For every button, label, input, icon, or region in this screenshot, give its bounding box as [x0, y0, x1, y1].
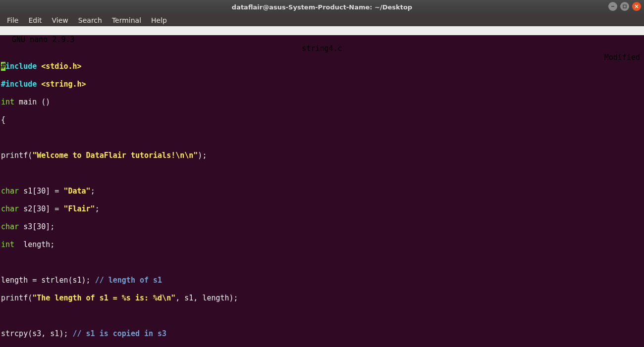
code-line: #include <stdio.h>: [0, 62, 644, 71]
menu-edit[interactable]: Edit: [23, 15, 47, 25]
minimize-button[interactable]: [608, 2, 617, 11]
code-token: // length of s1: [95, 276, 162, 285]
code-token: "Welcome to DataFlair tutorials!\n\n": [32, 151, 198, 160]
code-line: {: [0, 115, 644, 124]
menu-view[interactable]: View: [47, 15, 73, 25]
menu-terminal[interactable]: Terminal: [107, 15, 146, 25]
code-token: main (): [14, 98, 50, 106]
code-line: printf("Welcome to DataFlair tutorials!\…: [0, 151, 644, 160]
svg-rect-1: [623, 5, 626, 8]
blank-line: [0, 311, 644, 320]
code-line: char s1[30] = "Data";: [0, 187, 644, 196]
code-line: int main (): [0, 98, 644, 106]
code-token: int: [1, 240, 14, 249]
code-token: char: [1, 187, 19, 196]
nano-filename: string4.c: [302, 44, 342, 53]
menubar: File Edit View Search Terminal Help: [0, 14, 644, 26]
code-line: length = strlen(s1); // length of s1: [0, 276, 644, 285]
code-token: printf(: [1, 294, 32, 302]
nano-version: GNU nano 2.9.3: [3, 35, 75, 44]
code-token: <stdio.h>: [41, 62, 81, 71]
menu-file[interactable]: File: [2, 15, 23, 25]
window-controls: [608, 2, 641, 11]
code-token: "Flair": [63, 204, 95, 213]
code-token: s2[30] =: [19, 204, 63, 213]
code-token: ;: [95, 204, 100, 213]
nano-header: GNU nano 2.9.3 string4.c Modified: [0, 26, 644, 35]
maximize-icon: [622, 4, 627, 9]
code-line: strcpy(s3, s1); // s1 is copied in s3: [0, 329, 644, 338]
code-line: char s3[30];: [0, 222, 644, 231]
cursor: #: [1, 62, 5, 71]
code-token: ;: [91, 187, 95, 196]
code-token: char: [1, 222, 19, 231]
code-line: #include <string.h>: [0, 80, 644, 89]
code-token: , s1, length);: [175, 294, 238, 302]
code-token: char: [1, 204, 19, 213]
blank-line: [0, 133, 644, 142]
code-token: strcpy(s3, s1);: [1, 329, 73, 338]
window-title: dataflair@asus-System-Product-Name: ~/De…: [232, 3, 412, 11]
menu-help[interactable]: Help: [146, 15, 172, 25]
blank-line: [0, 258, 644, 267]
maximize-button[interactable]: [620, 2, 629, 11]
code-token: length = strlen(s1);: [1, 276, 95, 285]
editor-area[interactable]: #include <stdio.h> #include <string.h> i…: [0, 35, 644, 347]
nano-status: Modified: [604, 53, 640, 62]
code-token: "The length of s1 = %s is: %d\n": [32, 294, 175, 302]
code-token: "Data": [63, 187, 90, 196]
close-icon: [634, 4, 639, 9]
code-token: #include: [1, 80, 41, 89]
code-token: );: [198, 151, 207, 160]
code-token: include: [5, 62, 41, 71]
code-line: int length;: [0, 240, 644, 249]
blank-line: [0, 169, 644, 178]
code-token: int: [1, 98, 14, 106]
code-line: printf("The length of s1 = %s is: %d\n",…: [0, 294, 644, 302]
close-button[interactable]: [632, 2, 641, 11]
menu-search[interactable]: Search: [73, 15, 107, 25]
titlebar: dataflair@asus-System-Product-Name: ~/De…: [0, 0, 644, 14]
code-token: printf(: [1, 151, 32, 160]
code-line: char s2[30] = "Flair";: [0, 204, 644, 213]
code-token: // s1 is copied in s3: [73, 329, 167, 338]
minimize-icon: [610, 4, 615, 9]
code-token: <string.h>: [41, 80, 86, 89]
code-token: s1[30] =: [19, 187, 63, 196]
code-token: length;: [14, 240, 54, 249]
code-token: s3[30];: [19, 222, 54, 231]
